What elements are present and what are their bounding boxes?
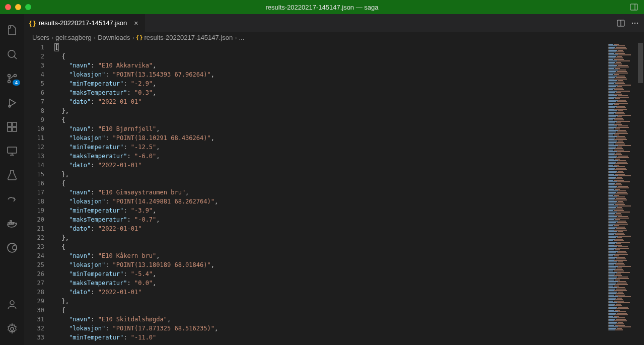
breadcrumb-item[interactable]: ... [239,34,244,41]
chevron-right-icon: › [51,34,53,41]
svg-line-3 [14,56,17,59]
svg-rect-20 [10,221,12,222]
svg-rect-12 [13,127,17,131]
breadcrumb-item[interactable]: Downloads [98,34,130,41]
svg-point-27 [634,22,635,23]
activity-bar: 4 [0,14,24,345]
titlebar-actions [630,3,638,11]
tab-filename: results-20220217-145147.json [39,19,127,27]
extensions-icon[interactable] [0,115,24,139]
chevron-right-icon: › [235,34,237,41]
source-control-icon[interactable]: 4 [0,66,24,91]
editor-area: { } results-20220217-145147.json × Users… [24,14,644,345]
layout-panel-icon[interactable] [630,3,638,11]
minimap[interactable] [607,43,637,345]
tab-results-json[interactable]: { } results-20220217-145147.json × [24,14,146,32]
window-controls [0,4,31,10]
editor-body[interactable]: 1234567891011121314151617181920212223242… [24,43,644,345]
docker-icon[interactable] [0,212,24,236]
breadcrumbs[interactable]: Users › geir.sagberg › Downloads › { } r… [24,32,644,43]
scrollbar-thumb[interactable] [638,43,643,83]
svg-point-23 [11,327,14,330]
main-area: 4 [0,14,644,345]
svg-rect-10 [13,122,17,126]
explorer-icon[interactable] [0,18,24,42]
chevron-right-icon: › [132,34,134,41]
close-window-button[interactable] [5,4,11,10]
remote-explorer-icon[interactable] [0,139,24,163]
breadcrumb-item[interactable]: results-20220217-145147.json [145,34,233,41]
code-content[interactable]: [ { "navn": "E10 Akkarvika", "lokasjon":… [54,43,607,345]
titlebar: results-20220217-145147.json — saga [0,0,644,14]
minimize-window-button[interactable] [15,4,21,10]
svg-point-6 [8,75,11,77]
svg-point-26 [632,22,633,23]
window-title: results-20220217-145147.json — saga [265,4,378,11]
more-actions-icon[interactable] [631,19,639,27]
line-number-gutter: 1234567891011121314151617181920212223242… [24,43,54,345]
tab-bar: { } results-20220217-145147.json × [24,14,644,32]
vertical-scrollbar[interactable] [637,43,644,345]
svg-point-2 [8,50,15,57]
tab-close-button[interactable]: × [132,19,140,27]
breadcrumb-item[interactable]: geir.sagberg [55,34,92,41]
svg-point-28 [637,22,638,23]
svg-point-4 [14,75,17,77]
chevron-right-icon: › [94,34,96,41]
svg-rect-9 [8,122,12,126]
settings-gear-icon[interactable] [0,317,24,341]
split-editor-icon[interactable] [617,19,625,27]
breadcrumb-item[interactable]: Users [32,34,49,41]
maximize-window-button[interactable] [25,4,31,10]
svg-marker-7 [10,99,16,106]
search-icon[interactable] [0,42,24,66]
svg-point-22 [10,301,14,305]
scm-badge: 4 [13,80,20,86]
edge-tools-icon[interactable] [0,236,24,260]
json-file-icon: { } [29,20,36,27]
run-debug-icon[interactable] [0,91,24,115]
testing-icon[interactable] [0,163,24,187]
svg-rect-13 [8,147,17,153]
share-icon[interactable] [0,187,24,212]
accounts-icon[interactable] [0,293,24,317]
svg-rect-0 [630,4,637,10]
svg-rect-11 [8,127,12,131]
svg-point-5 [8,81,11,83]
json-file-icon: { } [136,34,142,40]
